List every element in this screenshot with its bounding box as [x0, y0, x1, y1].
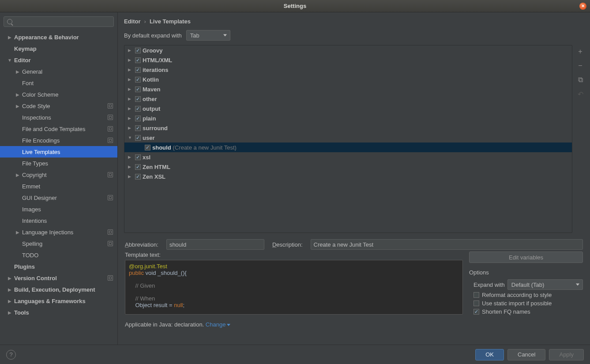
template-desc: (Create a new Junit Test): [173, 144, 237, 151]
duplicate-icon[interactable]: ⧉: [576, 76, 584, 84]
cancel-button[interactable]: Cancel: [507, 349, 545, 360]
reformat-checkbox[interactable]: [474, 292, 479, 298]
template-area: ▶✓Groovy▶✓HTML/XML▶✓iterations▶✓Kotlin▶✓…: [118, 45, 590, 233]
template-label: user: [143, 135, 154, 141]
sidebar-item[interactable]: ▶Color Scheme: [0, 89, 117, 100]
sidebar-item-label: Emmet: [22, 183, 40, 190]
template-row[interactable]: ▶✓output: [124, 104, 572, 113]
template-checkbox[interactable]: ✓: [135, 164, 141, 170]
sidebar-item[interactable]: ▶Copyright: [0, 169, 117, 180]
options-title: Options: [469, 269, 583, 276]
close-icon[interactable]: ✕: [579, 3, 586, 10]
reformat-row[interactable]: Reformat according to style: [469, 292, 583, 298]
options-column: Edit variables Options Expand with Defau…: [469, 251, 583, 317]
revert-icon[interactable]: ↶: [576, 90, 584, 98]
static-import-checkbox[interactable]: [474, 300, 479, 306]
sidebar-item[interactable]: ▶Languages & Frameworks: [0, 295, 117, 307]
sidebar-item[interactable]: ▶GUI Designer: [0, 192, 117, 203]
sidebar-item-label: Intentions: [22, 218, 47, 224]
sidebar-item[interactable]: ▶Inspections: [0, 112, 117, 123]
help-icon[interactable]: ?: [6, 350, 16, 360]
template-checkbox[interactable]: ✓: [135, 57, 141, 63]
template-checkbox[interactable]: ✓: [135, 96, 141, 102]
sidebar-item[interactable]: ▶Font: [0, 77, 117, 89]
sidebar-item[interactable]: ▶Language Injections: [0, 226, 117, 238]
template-checkbox[interactable]: ✓: [135, 135, 141, 141]
sidebar-item[interactable]: ▶Spelling: [0, 238, 117, 249]
template-row[interactable]: ▶✓Zen HTML: [124, 162, 572, 172]
sidebar-item[interactable]: ▶TODO: [0, 249, 117, 261]
sidebar-item[interactable]: ▶Keymap: [0, 43, 117, 54]
abbrev-input[interactable]: [166, 239, 264, 250]
sidebar-item[interactable]: ▶Intentions: [0, 215, 117, 226]
project-scope-icon: [108, 103, 113, 109]
sidebar-item[interactable]: ▼Editor: [0, 54, 117, 66]
sidebar-item[interactable]: ▶Plugins: [0, 261, 117, 272]
sidebar-item[interactable]: ▶Tools: [0, 307, 117, 318]
sidebar-item[interactable]: ▶Code Style: [0, 100, 117, 112]
settings-tree[interactable]: ▶Appearance & Behavior▶Keymap▼Editor▶Gen…: [0, 30, 117, 345]
template-row[interactable]: ▶✓iterations: [124, 65, 572, 75]
template-checkbox[interactable]: ✓: [135, 116, 141, 121]
sidebar-item[interactable]: ▶Appearance & Behavior: [0, 31, 117, 43]
template-row[interactable]: ▼✓user: [124, 133, 572, 143]
chevron-icon: ▶: [128, 165, 133, 169]
template-checkbox[interactable]: ✓: [135, 67, 141, 73]
sidebar-item[interactable]: ▶Live Templates: [0, 146, 117, 158]
template-row[interactable]: ▶✓plain: [124, 113, 572, 123]
template-row[interactable]: ▶✓Maven: [124, 84, 572, 94]
change-link[interactable]: Change: [206, 321, 231, 328]
template-form: Abbreviation: Description:: [118, 233, 590, 251]
static-import-row[interactable]: Use static import if possible: [469, 300, 583, 307]
template-checkbox[interactable]: ✓: [135, 86, 141, 92]
sidebar-item[interactable]: ▶File and Code Templates: [0, 123, 117, 135]
sidebar-item-label: GUI Designer: [22, 195, 57, 201]
add-icon[interactable]: +: [576, 48, 584, 56]
edit-variables-button[interactable]: Edit variables: [469, 251, 583, 263]
shorten-fq-row[interactable]: ✓Shorten FQ names: [469, 308, 583, 315]
template-row[interactable]: ▶✓HTML/XML: [124, 55, 572, 65]
template-row[interactable]: ▶✓Kotlin: [124, 75, 572, 84]
template-checkbox[interactable]: ✓: [145, 145, 150, 150]
desc-input[interactable]: [311, 239, 583, 250]
search-input[interactable]: [4, 16, 114, 27]
sidebar-item-label: Keymap: [14, 45, 37, 52]
sidebar-item-label: Language Injections: [22, 229, 73, 236]
template-row[interactable]: ▶✓surround: [124, 123, 572, 133]
template-label: Groovy: [143, 47, 163, 54]
ok-button[interactable]: OK: [475, 349, 504, 360]
template-tree[interactable]: ▶✓Groovy▶✓HTML/XML▶✓iterations▶✓Kotlin▶✓…: [124, 45, 572, 233]
template-checkbox[interactable]: ✓: [135, 125, 141, 131]
remove-icon[interactable]: −: [576, 62, 584, 70]
sidebar-item[interactable]: ▶Emmet: [0, 180, 117, 192]
sidebar-item[interactable]: ▶Build, Execution, Deployment: [0, 284, 117, 295]
template-row[interactable]: ▶✓Zen XSL: [124, 172, 572, 181]
chevron-icon: ▶: [15, 69, 20, 74]
shorten-fq-checkbox[interactable]: ✓: [474, 309, 479, 315]
template-checkbox[interactable]: ✓: [135, 106, 141, 112]
sidebar-item[interactable]: ▶Images: [0, 203, 117, 215]
window-title: Settings: [284, 3, 306, 9]
apply-button[interactable]: Apply: [549, 349, 584, 360]
chevron-icon: ▶: [15, 230, 20, 235]
template-text-editor[interactable]: @org.junit.Test public void _should_(){ …: [125, 260, 463, 315]
sidebar-item[interactable]: ▶File Encodings: [0, 135, 117, 146]
default-expand-combo[interactable]: Tab: [186, 30, 230, 41]
chevron-icon: ▶: [128, 68, 133, 72]
search-icon: [7, 19, 12, 24]
template-row[interactable]: ▶✓Groovy: [124, 45, 572, 55]
main-pane: ▶Appearance & Behavior▶Keymap▼Editor▶Gen…: [0, 12, 590, 345]
template-label: output: [143, 105, 160, 112]
template-row[interactable]: ▶✓other: [124, 94, 572, 104]
template-row[interactable]: ✓should (Create a new Junit Test): [124, 143, 572, 152]
template-checkbox[interactable]: ✓: [135, 77, 141, 83]
template-checkbox[interactable]: ✓: [135, 48, 141, 53]
template-checkbox[interactable]: ✓: [135, 154, 141, 160]
template-row[interactable]: ▶✓xsl: [124, 152, 572, 162]
template-checkbox[interactable]: ✓: [135, 174, 141, 180]
expand-with-combo[interactable]: Default (Tab): [507, 279, 583, 290]
sidebar-item[interactable]: ▶File Types: [0, 158, 117, 169]
sidebar-item[interactable]: ▶Version Control: [0, 272, 117, 284]
footer: ? OK Cancel Apply: [0, 345, 590, 364]
sidebar-item[interactable]: ▶General: [0, 66, 117, 77]
